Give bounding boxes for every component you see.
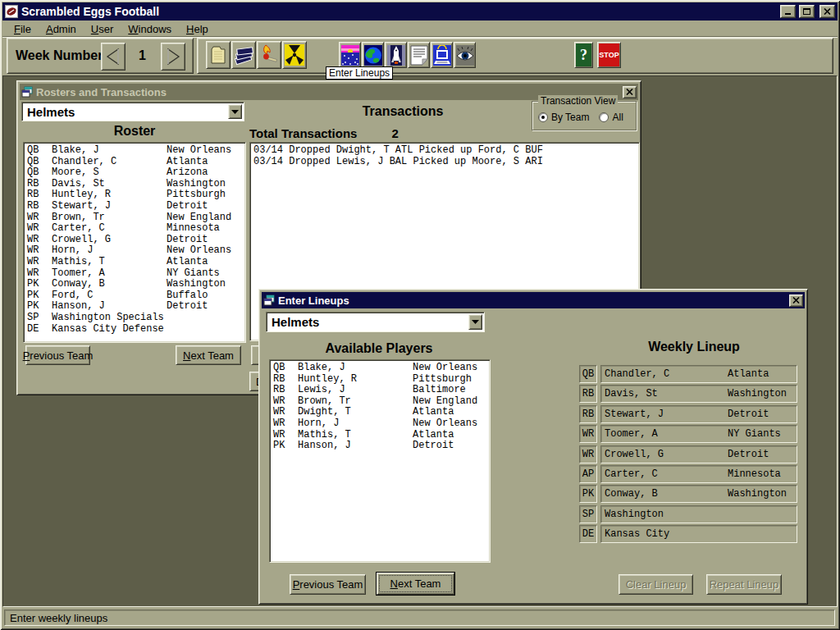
form-icon[interactable] (263, 294, 275, 306)
menu-item[interactable]: User (84, 21, 121, 38)
available-player-row[interactable]: RBLewis, JBaltimore (273, 385, 486, 396)
previous-week-button[interactable] (101, 43, 126, 71)
player-team: Minnesota (167, 223, 220, 235)
lineups-close-button[interactable] (789, 294, 803, 307)
roster-row[interactable]: PKFord, CBuffalo (27, 290, 242, 302)
player-position: RB (27, 201, 52, 212)
roster-row[interactable]: PKConway, BWashington (27, 279, 242, 290)
globe-button[interactable] (362, 42, 384, 68)
player-name: Huntley, R (52, 189, 167, 201)
roster-row[interactable]: QBMoore, SArizona (27, 167, 242, 179)
roster-row[interactable]: QBBlake, JNew Orleans (27, 145, 242, 157)
rosters-previous-team-button[interactable]: Previous Team (25, 345, 90, 365)
player-position: WR (27, 235, 52, 246)
maximize-icon (802, 7, 811, 16)
roster-listbox[interactable]: QBBlake, JNew OrleansQBChandler, CAtlant… (23, 142, 246, 343)
roster-row[interactable]: WRMathis, TAtlanta (27, 257, 242, 268)
clear-lineup-button[interactable]: Clear Lineup (619, 574, 693, 595)
player-position: RB (273, 374, 298, 386)
roster-row[interactable]: PKHanson, JDetroit (27, 301, 242, 313)
menu-item[interactable]: File (7, 21, 39, 38)
minimize-button[interactable] (780, 5, 796, 18)
roster-row[interactable]: WRHorn, JNew Orleans (27, 245, 242, 257)
player-name: Conway, B (52, 279, 167, 290)
folder-button[interactable] (206, 41, 231, 69)
lineups-next-team-button[interactable]: Next Team (377, 573, 454, 595)
roster-row[interactable]: WRToomer, ANY Giants (27, 268, 242, 280)
match-flame-button[interactable] (257, 41, 281, 69)
lineup-slot[interactable]: Kansas City (600, 525, 797, 543)
card-stack-button[interactable] (231, 41, 256, 69)
repeat-lineup-button[interactable]: Repeat Lineup (706, 574, 782, 595)
player-team: New England (167, 212, 231, 224)
lineup-slot[interactable]: Crowell, GDetroit (600, 445, 797, 463)
available-player-row[interactable]: WRDwight, TAtlanta (273, 407, 486, 418)
rosters-close-button[interactable] (623, 86, 637, 98)
available-player-row[interactable]: PKHanson, JDetroit (273, 441, 486, 452)
player-team: New Orleans (413, 418, 477, 430)
help-button[interactable]: ? (574, 42, 593, 68)
available-player-row[interactable]: WRHorn, JNew Orleans (273, 418, 486, 430)
lineup-slot[interactable]: Davis, StWashington (600, 385, 797, 403)
available-player-row[interactable]: WRBrown, TrNew England (273, 396, 486, 408)
total-transactions-label: Total Transactions (249, 126, 357, 140)
next-week-button[interactable] (161, 43, 185, 71)
lineup-slot[interactable]: Carter, CMinnesota (600, 465, 797, 483)
lineup-slot[interactable]: Chandler, CAtlanta (600, 365, 797, 383)
lineup-player-team: Washington (728, 388, 787, 399)
menu-item-label: User (91, 23, 113, 35)
roster-row[interactable]: QBChandler, CAtlanta (27, 157, 242, 168)
transaction-row[interactable]: 03/14 Dropped Dwight, T ATL Picked up Fo… (253, 145, 636, 157)
rosters-next-team-button[interactable]: Next Team (176, 345, 241, 365)
space-shuttle-button[interactable] (385, 42, 407, 68)
player-team: Buffalo (167, 290, 208, 302)
stop-icon: STOP (599, 51, 619, 59)
button-label: Previous Team (293, 578, 363, 591)
roster-row[interactable]: RBHuntley, RPittsburgh (27, 189, 242, 201)
player-position: PK (27, 279, 52, 290)
maximize-button[interactable] (799, 5, 815, 18)
lineup-slot[interactable]: Stewart, JDetroit (600, 405, 797, 423)
player-position: WR (27, 268, 52, 280)
enter-lineups-button[interactable] (339, 42, 361, 68)
lineup-player-name: Toomer, A (605, 428, 728, 440)
available-player-row[interactable]: RBHuntley, RPittsburgh (273, 374, 486, 386)
menu-item[interactable]: Help (180, 21, 217, 38)
radiation-button[interactable] (282, 41, 307, 69)
lineup-slot[interactable]: Conway, BWashington (600, 485, 797, 503)
roster-row[interactable]: WRBrown, TrNew England (27, 212, 242, 224)
menu-item[interactable]: Windows (121, 21, 180, 38)
radio-all[interactable]: All (599, 112, 623, 123)
report-button[interactable] (408, 42, 430, 68)
radio-by-team[interactable]: By Team (538, 112, 589, 123)
menu-item[interactable]: Admin (39, 21, 84, 38)
roster-row[interactable]: RBDavis, StWashington (27, 179, 242, 190)
close-button[interactable] (819, 5, 835, 18)
available-player-row[interactable]: QBBlake, JNew Orleans (273, 363, 486, 374)
total-transactions: Total Transactions 2 (249, 126, 399, 140)
transaction-view-label: Transaction View (538, 95, 618, 107)
eye-icon (456, 45, 474, 66)
lineups-previous-team-button[interactable]: Previous Team (290, 574, 366, 595)
roster-row[interactable]: RBStewart, JDetroit (27, 201, 242, 212)
eye-button[interactable] (454, 42, 476, 68)
stop-button[interactable]: STOP (597, 42, 621, 68)
roster-row[interactable]: WRCrowell, GDetroit (27, 235, 242, 246)
rosters-team-selector[interactable]: Helmets (21, 102, 244, 121)
status-bar: Enter weekly lineups (2, 608, 838, 628)
lineups-team-dropdown-button[interactable] (468, 314, 482, 330)
roster-row[interactable]: WRCarter, CMinnesota (27, 223, 242, 235)
app-icon[interactable] (5, 5, 18, 18)
computer-button[interactable] (431, 42, 453, 68)
lineups-team-selector[interactable]: Helmets (266, 312, 485, 332)
lineup-slot[interactable]: Washington (600, 505, 797, 523)
roster-row[interactable]: DEKansas City Defense (27, 324, 242, 336)
form-icon[interactable] (21, 86, 33, 98)
available-players-listbox[interactable]: QBBlake, JNew OrleansRBHuntley, RPittsbu… (269, 359, 491, 563)
rosters-team-dropdown-button[interactable] (228, 104, 242, 119)
available-player-row[interactable]: WRMathis, TAtlanta (273, 430, 486, 441)
transaction-row[interactable]: 03/14 Dropped Lewis, J BAL Picked up Moo… (253, 157, 636, 168)
roster-row[interactable]: SPWashington Specials (27, 313, 242, 324)
player-position: WR (27, 212, 52, 224)
lineup-slot[interactable]: Toomer, ANY Giants (600, 425, 797, 443)
